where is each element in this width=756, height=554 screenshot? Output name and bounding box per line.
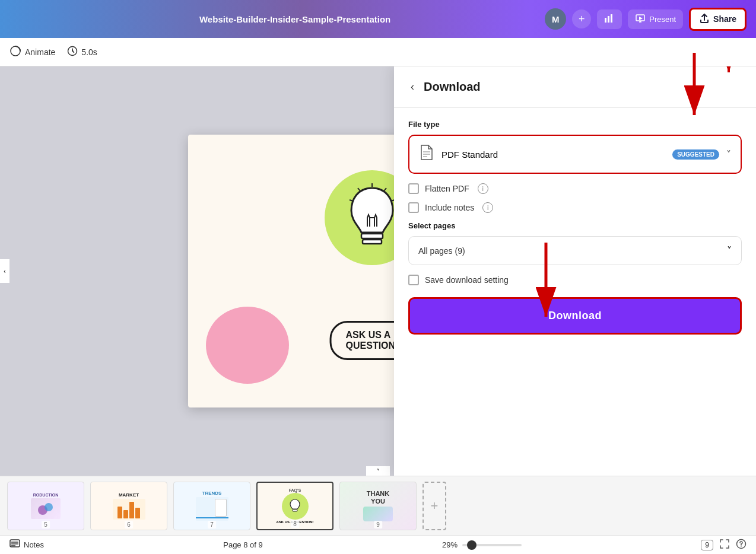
notes-label: Notes xyxy=(24,540,44,549)
flatten-pdf-checkbox-row[interactable]: Flatten PDF i xyxy=(408,183,742,194)
svg-marker-4 xyxy=(639,17,643,20)
notes-button[interactable]: Notes xyxy=(9,539,44,550)
add-collaborator-button[interactable]: + xyxy=(572,9,591,28)
topbar: Website-Builder-Insider-Sample-Presentat… xyxy=(0,0,756,38)
thumb-num-7: 7 xyxy=(208,521,216,528)
decorative-shape-pink xyxy=(206,307,289,384)
save-setting-label: Save download setting xyxy=(425,275,509,285)
duration-label: 5.0s xyxy=(81,47,97,57)
svg-rect-0 xyxy=(605,18,606,23)
thumbnail-8[interactable]: FAQ'S ASK US A QUESTION! 8 xyxy=(256,482,333,530)
download-panel: ‹ Download File type PDF Standard SUGGES… xyxy=(394,66,756,476)
include-notes-label: Include notes xyxy=(425,203,474,212)
include-notes-info-icon[interactable]: i xyxy=(482,202,493,213)
notes-icon xyxy=(9,539,20,550)
file-type-value: PDF Standard xyxy=(441,149,665,160)
scroll-left-button[interactable]: ‹ xyxy=(0,259,9,283)
present-icon xyxy=(635,13,646,26)
thumbnails-strip: RODUCTION 5 MARKET 6 TRENDS xyxy=(0,476,756,535)
toolbar: Animate 5.0s xyxy=(0,38,756,66)
panel-content: File type PDF Standard SUGGESTED ˅ Flatt… xyxy=(394,108,756,476)
clock-icon xyxy=(67,46,78,58)
thumb-num-5: 5 xyxy=(42,521,50,528)
svg-rect-7 xyxy=(361,234,383,238)
svg-rect-1 xyxy=(608,16,609,23)
thumbnail-7[interactable]: TRENDS 7 xyxy=(173,482,250,530)
page-count-box: 9 xyxy=(701,540,713,550)
svg-line-11 xyxy=(384,188,386,191)
svg-rect-8 xyxy=(363,240,382,244)
fit-screen-button[interactable] xyxy=(719,539,730,551)
download-button[interactable]: Download xyxy=(408,297,742,335)
presentation-title: Website-Builder-Insider-Sample-Presentat… xyxy=(45,14,545,24)
suggested-badge: SUGGESTED xyxy=(672,149,719,160)
page-info: Page 8 of 9 xyxy=(223,540,263,549)
svg-line-10 xyxy=(358,188,360,191)
share-icon xyxy=(699,13,710,26)
file-icon xyxy=(419,144,434,164)
save-setting-row[interactable]: Save download setting xyxy=(408,275,742,285)
back-button[interactable]: ‹ xyxy=(408,78,417,95)
bottom-bar: Notes Page 8 of 9 29% 9 xyxy=(0,535,756,554)
zoom-percentage: 29% xyxy=(442,540,458,549)
svg-rect-2 xyxy=(611,14,612,23)
scroll-bottom-button[interactable]: ˅ xyxy=(366,466,390,476)
duration-control[interactable]: 5.0s xyxy=(67,46,97,58)
file-type-chevron-icon: ˅ xyxy=(726,149,731,160)
pages-chevron-icon: ˅ xyxy=(727,245,732,256)
svg-point-31 xyxy=(741,546,742,547)
thumbnail-9[interactable]: THANKYOU 9 xyxy=(339,482,417,530)
fit-screen-icon xyxy=(719,539,730,551)
share-label: Share xyxy=(713,14,736,24)
help-icon xyxy=(736,539,747,551)
animate-label: Animate xyxy=(25,47,55,57)
thumb-num-8: 8 xyxy=(291,520,299,528)
thumb-num-6: 6 xyxy=(125,521,133,528)
topbar-right: M + Present Share xyxy=(545,8,747,31)
avatar-button[interactable]: M xyxy=(545,8,566,30)
file-type-dropdown[interactable]: PDF Standard SUGGESTED ˅ xyxy=(408,135,742,174)
zoom-controls: 29% xyxy=(442,540,522,549)
svg-point-24 xyxy=(45,503,53,511)
all-pages-value: All pages (9) xyxy=(418,246,465,256)
animate-button[interactable]: Animate xyxy=(9,45,55,59)
help-button[interactable] xyxy=(736,539,747,551)
ask-text: ASK US AQUESTION! xyxy=(346,330,399,351)
thumbnail-6[interactable]: MARKET 6 xyxy=(90,482,167,530)
add-slide-button[interactable]: + xyxy=(423,482,446,530)
bottom-right-tools: 9 xyxy=(701,539,747,551)
svg-rect-25 xyxy=(293,510,297,511)
include-notes-checkbox-row[interactable]: Include notes i xyxy=(408,202,742,213)
chart-icon xyxy=(604,13,615,26)
animate-icon xyxy=(9,45,21,59)
present-button[interactable]: Present xyxy=(628,9,683,29)
present-label: Present xyxy=(649,15,676,24)
select-pages-label: Select pages xyxy=(408,221,742,230)
pages-dropdown[interactable]: All pages (9) ˅ xyxy=(408,236,742,265)
panel-title: Download xyxy=(424,80,481,94)
save-setting-checkbox[interactable] xyxy=(408,275,419,285)
zoom-slider[interactable] xyxy=(462,544,522,546)
analytics-button[interactable] xyxy=(597,9,622,29)
include-notes-checkbox[interactable] xyxy=(408,202,419,213)
share-button[interactable]: Share xyxy=(689,8,747,31)
flatten-pdf-info-icon[interactable]: i xyxy=(478,183,488,194)
main-area: ASK US AQUESTION! ‹ › ˅ ‹ Download File … xyxy=(0,66,756,476)
panel-header: ‹ Download xyxy=(394,66,756,108)
flatten-pdf-label: Flatten PDF xyxy=(425,184,469,193)
file-type-label: File type xyxy=(408,120,742,129)
flatten-pdf-checkbox[interactable] xyxy=(408,183,419,194)
thumbnail-5[interactable]: RODUCTION 5 xyxy=(7,482,84,530)
thumb-num-9: 9 xyxy=(374,521,382,528)
